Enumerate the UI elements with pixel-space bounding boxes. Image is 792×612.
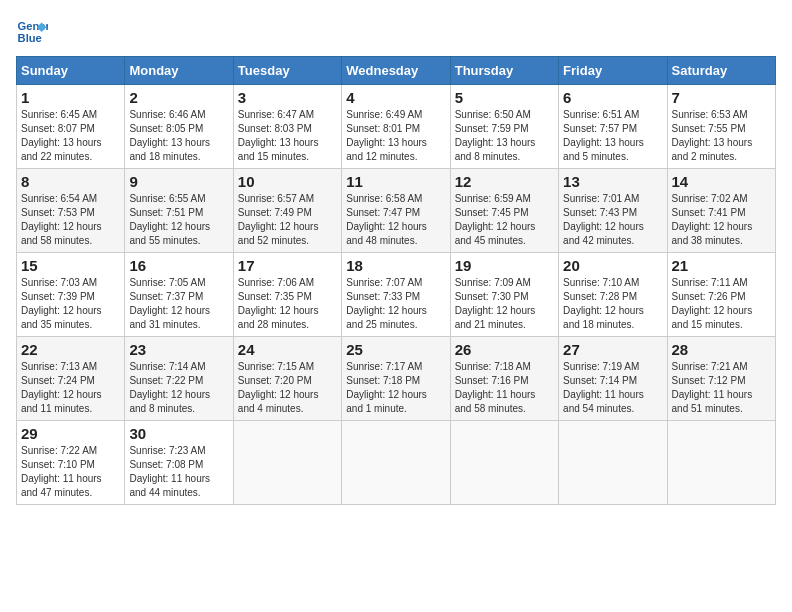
calendar-day-cell: 11 Sunrise: 6:58 AMSunset: 7:47 PMDaylig… (342, 169, 450, 253)
day-detail: Sunrise: 7:11 AMSunset: 7:26 PMDaylight:… (672, 277, 753, 330)
empty-cell (342, 421, 450, 505)
day-number: 25 (346, 341, 445, 358)
calendar-day-cell: 2 Sunrise: 6:46 AMSunset: 8:05 PMDayligh… (125, 85, 233, 169)
day-detail: Sunrise: 6:47 AMSunset: 8:03 PMDaylight:… (238, 109, 319, 162)
calendar-day-cell: 14 Sunrise: 7:02 AMSunset: 7:41 PMDaylig… (667, 169, 775, 253)
day-detail: Sunrise: 6:50 AMSunset: 7:59 PMDaylight:… (455, 109, 536, 162)
calendar-day-cell: 16 Sunrise: 7:05 AMSunset: 7:37 PMDaylig… (125, 253, 233, 337)
day-detail: Sunrise: 6:45 AMSunset: 8:07 PMDaylight:… (21, 109, 102, 162)
day-number: 22 (21, 341, 120, 358)
day-number: 15 (21, 257, 120, 274)
col-header-wednesday: Wednesday (342, 57, 450, 85)
calendar-day-cell: 20 Sunrise: 7:10 AMSunset: 7:28 PMDaylig… (559, 253, 667, 337)
day-number: 12 (455, 173, 554, 190)
day-number: 4 (346, 89, 445, 106)
day-detail: Sunrise: 7:23 AMSunset: 7:08 PMDaylight:… (129, 445, 210, 498)
logo-icon: General Blue (16, 16, 48, 48)
calendar-day-cell: 6 Sunrise: 6:51 AMSunset: 7:57 PMDayligh… (559, 85, 667, 169)
day-detail: Sunrise: 7:09 AMSunset: 7:30 PMDaylight:… (455, 277, 536, 330)
day-detail: Sunrise: 7:14 AMSunset: 7:22 PMDaylight:… (129, 361, 210, 414)
day-detail: Sunrise: 7:10 AMSunset: 7:28 PMDaylight:… (563, 277, 644, 330)
calendar-header-row: SundayMondayTuesdayWednesdayThursdayFrid… (17, 57, 776, 85)
day-detail: Sunrise: 7:03 AMSunset: 7:39 PMDaylight:… (21, 277, 102, 330)
day-number: 28 (672, 341, 771, 358)
calendar-day-cell: 4 Sunrise: 6:49 AMSunset: 8:01 PMDayligh… (342, 85, 450, 169)
calendar-day-cell: 12 Sunrise: 6:59 AMSunset: 7:45 PMDaylig… (450, 169, 558, 253)
day-number: 7 (672, 89, 771, 106)
calendar-day-cell: 19 Sunrise: 7:09 AMSunset: 7:30 PMDaylig… (450, 253, 558, 337)
day-detail: Sunrise: 7:17 AMSunset: 7:18 PMDaylight:… (346, 361, 427, 414)
calendar-day-cell: 22 Sunrise: 7:13 AMSunset: 7:24 PMDaylig… (17, 337, 125, 421)
day-number: 2 (129, 89, 228, 106)
day-number: 11 (346, 173, 445, 190)
calendar-day-cell: 27 Sunrise: 7:19 AMSunset: 7:14 PMDaylig… (559, 337, 667, 421)
header: General Blue (16, 16, 776, 48)
calendar-day-cell: 13 Sunrise: 7:01 AMSunset: 7:43 PMDaylig… (559, 169, 667, 253)
day-detail: Sunrise: 7:02 AMSunset: 7:41 PMDaylight:… (672, 193, 753, 246)
day-detail: Sunrise: 7:21 AMSunset: 7:12 PMDaylight:… (672, 361, 753, 414)
col-header-friday: Friday (559, 57, 667, 85)
calendar-day-cell: 25 Sunrise: 7:17 AMSunset: 7:18 PMDaylig… (342, 337, 450, 421)
day-detail: Sunrise: 6:57 AMSunset: 7:49 PMDaylight:… (238, 193, 319, 246)
calendar-day-cell: 29 Sunrise: 7:22 AMSunset: 7:10 PMDaylig… (17, 421, 125, 505)
calendar-day-cell: 1 Sunrise: 6:45 AMSunset: 8:07 PMDayligh… (17, 85, 125, 169)
day-number: 26 (455, 341, 554, 358)
day-number: 10 (238, 173, 337, 190)
day-number: 9 (129, 173, 228, 190)
day-number: 6 (563, 89, 662, 106)
calendar-week-row: 29 Sunrise: 7:22 AMSunset: 7:10 PMDaylig… (17, 421, 776, 505)
calendar-day-cell: 10 Sunrise: 6:57 AMSunset: 7:49 PMDaylig… (233, 169, 341, 253)
day-detail: Sunrise: 7:05 AMSunset: 7:37 PMDaylight:… (129, 277, 210, 330)
calendar-day-cell: 3 Sunrise: 6:47 AMSunset: 8:03 PMDayligh… (233, 85, 341, 169)
day-number: 18 (346, 257, 445, 274)
calendar-day-cell: 30 Sunrise: 7:23 AMSunset: 7:08 PMDaylig… (125, 421, 233, 505)
calendar-table: SundayMondayTuesdayWednesdayThursdayFrid… (16, 56, 776, 505)
day-number: 8 (21, 173, 120, 190)
calendar-day-cell: 7 Sunrise: 6:53 AMSunset: 7:55 PMDayligh… (667, 85, 775, 169)
day-number: 13 (563, 173, 662, 190)
day-number: 23 (129, 341, 228, 358)
day-detail: Sunrise: 7:15 AMSunset: 7:20 PMDaylight:… (238, 361, 319, 414)
day-detail: Sunrise: 7:19 AMSunset: 7:14 PMDaylight:… (563, 361, 644, 414)
calendar-day-cell: 17 Sunrise: 7:06 AMSunset: 7:35 PMDaylig… (233, 253, 341, 337)
day-detail: Sunrise: 7:06 AMSunset: 7:35 PMDaylight:… (238, 277, 319, 330)
day-number: 20 (563, 257, 662, 274)
day-detail: Sunrise: 6:54 AMSunset: 7:53 PMDaylight:… (21, 193, 102, 246)
day-detail: Sunrise: 6:58 AMSunset: 7:47 PMDaylight:… (346, 193, 427, 246)
day-detail: Sunrise: 6:51 AMSunset: 7:57 PMDaylight:… (563, 109, 644, 162)
day-detail: Sunrise: 6:59 AMSunset: 7:45 PMDaylight:… (455, 193, 536, 246)
calendar-day-cell: 8 Sunrise: 6:54 AMSunset: 7:53 PMDayligh… (17, 169, 125, 253)
calendar-day-cell: 21 Sunrise: 7:11 AMSunset: 7:26 PMDaylig… (667, 253, 775, 337)
calendar-day-cell: 18 Sunrise: 7:07 AMSunset: 7:33 PMDaylig… (342, 253, 450, 337)
day-detail: Sunrise: 7:13 AMSunset: 7:24 PMDaylight:… (21, 361, 102, 414)
calendar-day-cell: 23 Sunrise: 7:14 AMSunset: 7:22 PMDaylig… (125, 337, 233, 421)
day-detail: Sunrise: 6:55 AMSunset: 7:51 PMDaylight:… (129, 193, 210, 246)
day-number: 27 (563, 341, 662, 358)
day-detail: Sunrise: 6:49 AMSunset: 8:01 PMDaylight:… (346, 109, 427, 162)
day-detail: Sunrise: 7:18 AMSunset: 7:16 PMDaylight:… (455, 361, 536, 414)
day-number: 21 (672, 257, 771, 274)
day-number: 29 (21, 425, 120, 442)
day-number: 17 (238, 257, 337, 274)
day-detail: Sunrise: 7:01 AMSunset: 7:43 PMDaylight:… (563, 193, 644, 246)
calendar-day-cell: 5 Sunrise: 6:50 AMSunset: 7:59 PMDayligh… (450, 85, 558, 169)
day-detail: Sunrise: 7:07 AMSunset: 7:33 PMDaylight:… (346, 277, 427, 330)
day-detail: Sunrise: 7:22 AMSunset: 7:10 PMDaylight:… (21, 445, 102, 498)
svg-text:Blue: Blue (18, 32, 42, 44)
calendar-day-cell: 24 Sunrise: 7:15 AMSunset: 7:20 PMDaylig… (233, 337, 341, 421)
day-detail: Sunrise: 6:46 AMSunset: 8:05 PMDaylight:… (129, 109, 210, 162)
calendar-week-row: 15 Sunrise: 7:03 AMSunset: 7:39 PMDaylig… (17, 253, 776, 337)
empty-cell (667, 421, 775, 505)
col-header-thursday: Thursday (450, 57, 558, 85)
day-number: 30 (129, 425, 228, 442)
calendar-day-cell: 28 Sunrise: 7:21 AMSunset: 7:12 PMDaylig… (667, 337, 775, 421)
calendar-day-cell: 9 Sunrise: 6:55 AMSunset: 7:51 PMDayligh… (125, 169, 233, 253)
calendar-day-cell: 15 Sunrise: 7:03 AMSunset: 7:39 PMDaylig… (17, 253, 125, 337)
col-header-sunday: Sunday (17, 57, 125, 85)
calendar-week-row: 8 Sunrise: 6:54 AMSunset: 7:53 PMDayligh… (17, 169, 776, 253)
day-number: 1 (21, 89, 120, 106)
day-detail: Sunrise: 6:53 AMSunset: 7:55 PMDaylight:… (672, 109, 753, 162)
day-number: 14 (672, 173, 771, 190)
empty-cell (233, 421, 341, 505)
calendar-week-row: 22 Sunrise: 7:13 AMSunset: 7:24 PMDaylig… (17, 337, 776, 421)
